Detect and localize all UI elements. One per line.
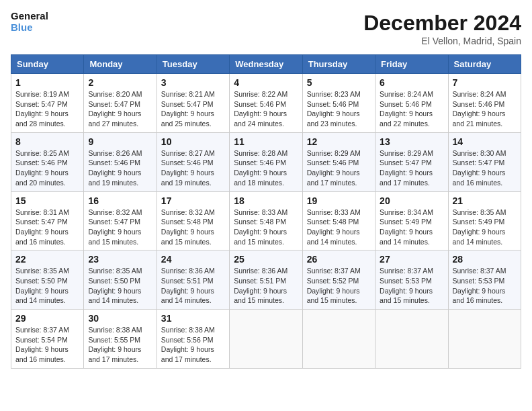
daylight-label: Daylight: 9 hours and 16 minutes. (453, 287, 506, 305)
day-info: Sunrise: 8:37 AM Sunset: 5:54 PM Dayligh… (15, 325, 79, 365)
sunset-label: Sunset: 5:46 PM (307, 158, 359, 167)
weekday-header: Wednesday (230, 55, 302, 74)
sunset-label: Sunset: 5:53 PM (380, 277, 432, 285)
day-number: 10 (161, 136, 225, 147)
calendar-cell: 23 Sunrise: 8:35 AM Sunset: 5:50 PM Dayl… (84, 250, 157, 310)
daylight-label: Daylight: 9 hours and 15 minutes. (380, 287, 433, 305)
daylight-label: Daylight: 9 hours and 16 minutes. (15, 345, 69, 363)
daylight-label: Daylight: 9 hours and 17 minutes. (161, 345, 214, 363)
day-number: 5 (307, 77, 371, 88)
sunset-label: Sunset: 5:46 PM (88, 158, 140, 167)
sunrise-label: Sunrise: 8:31 AM (15, 208, 69, 216)
day-info: Sunrise: 8:22 AM Sunset: 5:46 PM Dayligh… (234, 89, 298, 129)
calendar-cell: 24 Sunrise: 8:36 AM Sunset: 5:51 PM Dayl… (157, 250, 229, 310)
sunrise-label: Sunrise: 8:30 AM (453, 149, 506, 157)
calendar-week-row: 22 Sunrise: 8:35 AM Sunset: 5:50 PM Dayl… (11, 250, 521, 310)
day-number: 24 (161, 254, 225, 265)
day-info: Sunrise: 8:36 AM Sunset: 5:51 PM Dayligh… (234, 266, 298, 306)
sunrise-label: Sunrise: 8:32 AM (88, 208, 142, 216)
daylight-label: Daylight: 9 hours and 17 minutes. (88, 345, 141, 363)
daylight-label: Daylight: 9 hours and 19 minutes. (161, 169, 214, 187)
calendar-cell: 3 Sunrise: 8:21 AM Sunset: 5:47 PM Dayli… (157, 74, 229, 133)
sunrise-label: Sunrise: 8:38 AM (88, 326, 142, 334)
sunrise-label: Sunrise: 8:37 AM (453, 267, 506, 275)
sunset-label: Sunset: 5:47 PM (88, 100, 140, 108)
day-info: Sunrise: 8:29 AM Sunset: 5:46 PM Dayligh… (307, 148, 371, 188)
weekday-header: Sunday (11, 55, 84, 74)
day-info: Sunrise: 8:29 AM Sunset: 5:47 PM Dayligh… (380, 148, 443, 188)
day-info: Sunrise: 8:35 AM Sunset: 5:49 PM Dayligh… (453, 208, 517, 247)
weekday-header: Saturday (448, 55, 521, 74)
sunrise-label: Sunrise: 8:37 AM (307, 267, 361, 275)
day-number: 4 (234, 77, 298, 88)
calendar-cell: 2 Sunrise: 8:20 AM Sunset: 5:47 PM Dayli… (84, 74, 157, 133)
day-number: 19 (307, 195, 371, 206)
sunrise-label: Sunrise: 8:29 AM (380, 149, 433, 157)
sunrise-label: Sunrise: 8:36 AM (234, 267, 287, 275)
day-info: Sunrise: 8:38 AM Sunset: 5:56 PM Dayligh… (161, 325, 225, 365)
day-number: 28 (453, 254, 517, 265)
sunrise-label: Sunrise: 8:37 AM (380, 267, 433, 275)
calendar-cell: 28 Sunrise: 8:37 AM Sunset: 5:53 PM Dayl… (448, 250, 521, 310)
sunset-label: Sunset: 5:53 PM (453, 277, 505, 285)
day-number: 7 (453, 77, 517, 88)
daylight-label: Daylight: 9 hours and 16 minutes. (453, 169, 506, 187)
day-number: 27 (380, 254, 443, 265)
logo: General Blue (11, 11, 48, 33)
day-number: 26 (307, 254, 371, 265)
day-number: 30 (88, 313, 152, 324)
sunrise-label: Sunrise: 8:38 AM (161, 326, 215, 334)
sunset-label: Sunset: 5:56 PM (161, 336, 214, 344)
day-number: 8 (15, 136, 79, 147)
day-info: Sunrise: 8:20 AM Sunset: 5:47 PM Dayligh… (88, 89, 152, 129)
day-number: 3 (161, 77, 225, 88)
sunrise-label: Sunrise: 8:34 AM (380, 208, 433, 216)
day-info: Sunrise: 8:33 AM Sunset: 5:48 PM Dayligh… (307, 208, 371, 247)
sunset-label: Sunset: 5:47 PM (15, 100, 68, 108)
calendar-cell (375, 310, 448, 369)
calendar-cell (230, 310, 302, 369)
daylight-label: Daylight: 9 hours and 15 minutes. (307, 287, 360, 305)
day-info: Sunrise: 8:35 AM Sunset: 5:50 PM Dayligh… (88, 266, 152, 306)
sunrise-label: Sunrise: 8:32 AM (161, 208, 215, 216)
day-info: Sunrise: 8:37 AM Sunset: 5:53 PM Dayligh… (453, 266, 517, 306)
calendar-table: SundayMondayTuesdayWednesdayThursdayFrid… (11, 54, 521, 369)
day-info: Sunrise: 8:31 AM Sunset: 5:47 PM Dayligh… (15, 208, 79, 247)
daylight-label: Daylight: 9 hours and 19 minutes. (88, 169, 141, 187)
sunrise-label: Sunrise: 8:37 AM (15, 326, 69, 334)
calendar-cell: 31 Sunrise: 8:38 AM Sunset: 5:56 PM Dayl… (157, 310, 229, 369)
sunset-label: Sunset: 5:47 PM (88, 218, 140, 226)
calendar-week-row: 1 Sunrise: 8:19 AM Sunset: 5:47 PM Dayli… (11, 74, 521, 133)
sunrise-label: Sunrise: 8:22 AM (234, 90, 287, 98)
day-info: Sunrise: 8:27 AM Sunset: 5:46 PM Dayligh… (161, 148, 225, 188)
sunset-label: Sunset: 5:48 PM (161, 218, 214, 226)
calendar-cell: 15 Sunrise: 8:31 AM Sunset: 5:47 PM Dayl… (11, 191, 84, 250)
sunset-label: Sunset: 5:48 PM (234, 218, 286, 226)
sunset-label: Sunset: 5:46 PM (453, 100, 505, 108)
calendar-week-row: 15 Sunrise: 8:31 AM Sunset: 5:47 PM Dayl… (11, 191, 521, 250)
calendar-cell: 27 Sunrise: 8:37 AM Sunset: 5:53 PM Dayl… (375, 250, 448, 310)
day-number: 13 (380, 136, 443, 147)
day-info: Sunrise: 8:36 AM Sunset: 5:51 PM Dayligh… (161, 266, 225, 306)
calendar-cell: 19 Sunrise: 8:33 AM Sunset: 5:48 PM Dayl… (302, 191, 375, 250)
calendar-cell: 11 Sunrise: 8:28 AM Sunset: 5:46 PM Dayl… (230, 132, 302, 191)
sunrise-label: Sunrise: 8:20 AM (88, 90, 142, 98)
day-info: Sunrise: 8:35 AM Sunset: 5:50 PM Dayligh… (15, 266, 79, 306)
day-info: Sunrise: 8:34 AM Sunset: 5:49 PM Dayligh… (380, 208, 443, 247)
sunset-label: Sunset: 5:46 PM (234, 100, 286, 108)
weekday-header: Thursday (302, 55, 375, 74)
day-number: 31 (161, 313, 225, 324)
sunset-label: Sunset: 5:50 PM (88, 277, 140, 285)
calendar-cell: 14 Sunrise: 8:30 AM Sunset: 5:47 PM Dayl… (448, 132, 521, 191)
sunrise-label: Sunrise: 8:24 AM (453, 90, 506, 98)
page-header: General Blue December 2024 El Vellon, Ma… (11, 11, 521, 46)
day-number: 11 (234, 136, 298, 147)
calendar-cell: 6 Sunrise: 8:24 AM Sunset: 5:46 PM Dayli… (375, 74, 448, 133)
daylight-label: Daylight: 9 hours and 17 minutes. (307, 169, 360, 187)
weekday-header: Friday (375, 55, 448, 74)
calendar-cell: 5 Sunrise: 8:23 AM Sunset: 5:46 PM Dayli… (302, 74, 375, 133)
day-number: 17 (161, 195, 225, 206)
day-number: 14 (453, 136, 517, 147)
sunset-label: Sunset: 5:48 PM (307, 218, 359, 226)
daylight-label: Daylight: 9 hours and 22 minutes. (380, 109, 433, 128)
